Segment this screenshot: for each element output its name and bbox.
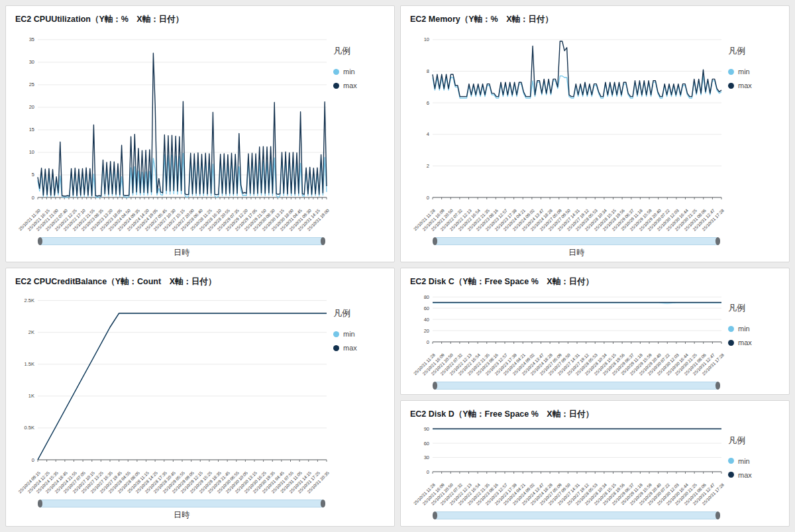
plot-column: 1086420 25/10/21 11:2825/10/21 16:0925/1… bbox=[409, 28, 725, 259]
legend-item-min[interactable]: min bbox=[333, 68, 386, 76]
scrollbar-left-handle[interactable] bbox=[38, 500, 42, 507]
x-axis-labels: 25/10/21 11:3025/10/21 16:1525/10/21 21:… bbox=[14, 207, 331, 236]
chart-title-disk-d: EC2 Disk D（Y軸：Free Space % X軸：日付） bbox=[410, 409, 781, 420]
legend: 凡例 min max bbox=[331, 28, 386, 259]
scrollbar-right-handle[interactable] bbox=[321, 237, 325, 245]
legend-item-label: min bbox=[343, 330, 355, 338]
legend-item-min[interactable]: min bbox=[728, 68, 781, 76]
y-tick-label: 2K bbox=[28, 329, 34, 335]
x-axis-labels: 25/10/24 09:1525/10/24 12:2525/10/24 15:… bbox=[14, 469, 331, 498]
legend-title: 凡例 bbox=[333, 307, 386, 319]
panel-ec2-cpucreditbalance: EC2 CPUCreditBalance（Y軸：Count X軸：日付） 2.5… bbox=[5, 268, 395, 527]
legend-title: 凡例 bbox=[728, 45, 781, 57]
y-tick-label: 40 bbox=[424, 317, 429, 323]
x-range-scrollbar[interactable] bbox=[433, 511, 720, 519]
max-series-dot-icon bbox=[333, 83, 339, 89]
legend: 凡例 min max bbox=[725, 28, 781, 259]
panel-ec2-disk-d: EC2 Disk D（Y軸：Free Space % X軸：日付） 906030… bbox=[400, 400, 790, 527]
min-series-dot-icon bbox=[728, 458, 734, 464]
legend-item-label: max bbox=[343, 81, 357, 89]
x-range-scrollbar[interactable] bbox=[433, 382, 720, 390]
scrollbar-right-handle[interactable] bbox=[716, 382, 720, 390]
x-axis-labels: 25/10/21 11:2825/10/21 16:0925/10/21 20:… bbox=[409, 481, 725, 510]
y-tick-label: 2.5K bbox=[25, 297, 34, 303]
chart-area-disk-c: 806040200 25/10/21 11:2825/10/21 16:0925… bbox=[409, 290, 781, 392]
chart-title-cpucreditbalance: EC2 CPUCreditBalance（Y軸：Count X軸：日付） bbox=[15, 276, 386, 288]
y-tick-label: 8 bbox=[427, 68, 429, 74]
x-axis-labels: 25/10/21 11:2825/10/21 16:0925/10/21 20:… bbox=[409, 207, 725, 236]
legend-item-label: min bbox=[738, 325, 750, 333]
legend-item-label: max bbox=[738, 81, 752, 89]
x-range-scrollbar[interactable] bbox=[38, 237, 325, 245]
chart-title-memory: EC2 Memory（Y軸：% X軸：日付） bbox=[410, 14, 781, 25]
legend-title: 凡例 bbox=[333, 45, 386, 57]
y-tick-label: 30 bbox=[29, 59, 34, 65]
legend-item-min[interactable]: min bbox=[333, 330, 386, 338]
plot-column: 9060300 25/10/21 11:2825/10/21 16:0925/1… bbox=[409, 423, 725, 524]
legend-item-label: min bbox=[738, 457, 750, 465]
min-series-dot-icon bbox=[728, 69, 734, 75]
scrollbar-left-handle[interactable] bbox=[433, 511, 437, 519]
y-tick-label: 1K bbox=[28, 393, 34, 399]
legend-item-label: min bbox=[343, 68, 355, 76]
chart-area-memory: 1086420 25/10/21 11:2825/10/21 16:0925/1… bbox=[409, 28, 781, 259]
legend-item-max[interactable]: max bbox=[728, 81, 781, 89]
scrollbar-left-handle[interactable] bbox=[38, 237, 42, 245]
y-tick-label: 0.5K bbox=[25, 425, 34, 431]
legend: 凡例 min max bbox=[331, 290, 386, 523]
cpuutilization-line-chart: 35302520151050 bbox=[14, 28, 331, 207]
y-tick-label: 30 bbox=[424, 454, 429, 460]
legend-item-max[interactable]: max bbox=[333, 81, 386, 89]
disk-panels-stack: EC2 Disk C（Y軸：Free Space % X軸：日付） 806040… bbox=[400, 268, 790, 527]
plot-column: 2.5K2K1.5K1K0.5K0 25/10/24 09:1525/10/24… bbox=[14, 290, 331, 523]
max-series-dot-icon bbox=[728, 83, 734, 89]
max-series-dot-icon bbox=[728, 472, 734, 478]
scrollbar-left-handle[interactable] bbox=[433, 382, 437, 390]
min-series-dot-icon bbox=[728, 326, 734, 332]
y-tick-label: 25 bbox=[29, 81, 34, 87]
y-tick-label: 5 bbox=[32, 172, 34, 178]
y-tick-label: 0 bbox=[32, 195, 34, 201]
legend-item-label: max bbox=[343, 344, 357, 352]
y-tick-label: 15 bbox=[29, 127, 34, 133]
chart-title-disk-c: EC2 Disk C（Y軸：Free Space % X軸：日付） bbox=[410, 276, 781, 288]
scrollbar-left-handle[interactable] bbox=[433, 237, 437, 245]
scrollbar-right-handle[interactable] bbox=[716, 237, 720, 245]
y-tick-label: 10 bbox=[424, 36, 429, 42]
disk-c-line-chart: 806040200 bbox=[409, 290, 725, 351]
scrollbar-right-handle[interactable] bbox=[716, 511, 720, 519]
legend-item-max[interactable]: max bbox=[333, 344, 386, 352]
plot-column: 35302520151050 25/10/21 11:3025/10/21 16… bbox=[14, 28, 331, 259]
y-tick-label: 10 bbox=[29, 149, 34, 155]
y-tick-label: 0 bbox=[32, 457, 34, 463]
cpucreditbalance-line-chart: 2.5K2K1.5K1K0.5K0 bbox=[14, 290, 331, 469]
y-tick-label: 1.5K bbox=[25, 361, 34, 367]
max-series-line bbox=[433, 41, 721, 96]
legend: 凡例 min max bbox=[725, 423, 781, 524]
legend-item-min[interactable]: min bbox=[728, 325, 781, 333]
x-range-scrollbar[interactable] bbox=[38, 500, 325, 507]
max-series-dot-icon bbox=[728, 340, 734, 346]
memory-line-chart: 1086420 bbox=[409, 28, 725, 207]
chart-area-disk-d: 9060300 25/10/21 11:2825/10/21 16:0925/1… bbox=[409, 423, 781, 524]
y-tick-label: 4 bbox=[427, 131, 429, 137]
panel-ec2-memory: EC2 Memory（Y軸：% X軸：日付） 1086420 25/10/21 … bbox=[400, 5, 790, 262]
y-tick-label: 6 bbox=[427, 100, 429, 106]
chart-title-cpuutilization: EC2 CPUUtilization（Y軸：% X軸：日付） bbox=[15, 14, 386, 25]
legend-item-max[interactable]: max bbox=[728, 471, 781, 479]
legend-item-min[interactable]: min bbox=[728, 457, 781, 465]
plot-column: 806040200 25/10/21 11:2825/10/21 16:0925… bbox=[409, 290, 725, 392]
legend-item-max[interactable]: max bbox=[728, 339, 781, 346]
y-tick-label: 35 bbox=[29, 36, 34, 42]
y-tick-label: 20 bbox=[29, 104, 34, 110]
y-tick-label: 90 bbox=[424, 426, 429, 432]
y-tick-label: 0 bbox=[427, 339, 429, 345]
legend-title: 凡例 bbox=[728, 302, 781, 314]
y-tick-label: 0 bbox=[427, 468, 429, 474]
x-range-scrollbar[interactable] bbox=[433, 237, 720, 245]
scrollbar-right-handle[interactable] bbox=[321, 500, 325, 507]
panel-ec2-cpuutilization: EC2 CPUUtilization（Y軸：% X軸：日付） 353025201… bbox=[5, 5, 395, 262]
legend-title: 凡例 bbox=[728, 435, 781, 447]
legend-item-label: max bbox=[738, 471, 752, 479]
y-tick-label: 2 bbox=[427, 163, 429, 169]
